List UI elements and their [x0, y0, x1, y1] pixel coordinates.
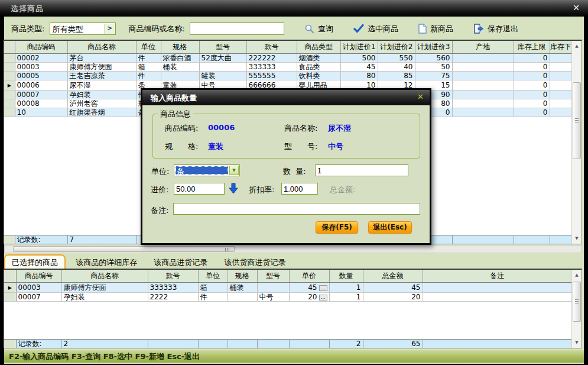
col-header[interactable]: 产地 — [452, 41, 514, 53]
save-button[interactable]: 保存(F5) — [315, 221, 359, 234]
remark-input[interactable] — [173, 203, 420, 215]
col-header[interactable]: 总金额 — [363, 270, 423, 282]
search-label: 商品编码或名称: — [129, 24, 188, 34]
col-header[interactable]: 款号 — [148, 270, 198, 282]
col-header[interactable]: 单位 — [198, 270, 228, 282]
exit-door-icon — [473, 24, 484, 34]
col-header[interactable]: 计划进价2 — [378, 41, 415, 53]
selected-header-row: 商品编号 商品名称 款号 单位 规格 型号 单价 数量 总金额 备注 — [4, 270, 572, 282]
current-row-marker-icon: ▶ — [8, 83, 11, 88]
quantity-dialog: 输入商品数量 ✕ 商品信息 商品编码: 00006 商品名称: 尿不湿 规 格:… — [141, 88, 431, 245]
col-header[interactable]: 计划进价3 — [415, 41, 452, 53]
products-horizontal-scrollbar[interactable] — [4, 245, 582, 253]
selected-vertical-scrollbar[interactable]: ▲ ▼ — [571, 270, 581, 348]
spec-label: 规 格: — [165, 141, 201, 152]
unit-combobox[interactable]: 条 ▼ — [174, 164, 240, 176]
price-down-arrow-icon[interactable] — [229, 183, 238, 194]
combo-arrow-icon[interactable]: ▼ — [229, 166, 239, 175]
unit-label: 单位: — [151, 166, 172, 177]
record-count-value: 7 — [67, 235, 136, 244]
new-product-button[interactable]: 新商品 — [418, 24, 453, 34]
product-type-value: 所有类型 — [53, 24, 83, 35]
col-header[interactable]: 单位 — [136, 41, 161, 53]
spec-value: 童装 — [208, 141, 223, 152]
product-type-dropdown[interactable]: 所有类型 > — [50, 22, 116, 35]
col-header[interactable]: 商品名称 — [67, 41, 136, 53]
unit-value: 条 — [176, 166, 228, 175]
exit-button[interactable]: 退出(Esc) — [368, 221, 412, 234]
col-header[interactable]: 商品类型 — [297, 41, 340, 53]
window-close-icon[interactable]: ✕ — [573, 3, 580, 12]
record-count-label: 记录数: — [15, 235, 67, 244]
dialog-body: 商品信息 商品编码: 00006 商品名称: 尿不湿 规 格: 童装 型 号: … — [142, 105, 430, 243]
scroll-down-icon[interactable]: ▼ — [572, 338, 581, 347]
model-value: 中号 — [328, 141, 343, 152]
remark-label: 备注: — [151, 205, 171, 216]
record-count-label: 记录数: — [16, 340, 61, 348]
status-text: F2-输入商品编码 F3-查询 F8-选中 F9-新增 Esc-退出 — [9, 352, 200, 361]
col-header[interactable]: 型号 — [257, 270, 289, 282]
price-ellipsis-button[interactable]: … — [319, 285, 327, 291]
name-label: 商品名称: — [284, 123, 320, 134]
scrollbar-thumb[interactable] — [13, 246, 235, 252]
scrollbar-thumb[interactable] — [573, 82, 581, 159]
dialog-close-icon[interactable]: ✕ — [417, 92, 424, 101]
document-icon — [418, 24, 427, 34]
col-header[interactable]: 规格 — [228, 270, 257, 282]
table-row[interactable]: 00007 孕妇装 2222 件 中号 20… 1 20 — [4, 292, 572, 301]
table-row[interactable]: 00002茅台件浓香白酒52度大曲222222烟酒类5005505600 — [4, 53, 572, 62]
check-icon — [353, 24, 364, 33]
col-header[interactable]: 商品编码 — [15, 41, 67, 53]
col-header[interactable]: 商品名称 — [61, 270, 148, 282]
product-info-groupbox: 商品信息 商品编码: 00006 商品名称: 尿不湿 规 格: 童装 型 号: … — [152, 114, 420, 159]
product-type-label: 商品类型: — [11, 24, 47, 34]
dropdown-arrow-icon[interactable]: > — [105, 24, 115, 34]
discount-input[interactable] — [281, 183, 318, 195]
selected-grid-footer: 记录数: 2 2 65 — [4, 339, 571, 348]
select-product-button[interactable]: 选中商品 — [353, 24, 398, 34]
col-header[interactable]: 库存下 — [550, 41, 572, 53]
tab-selected-products[interactable]: 已选择的商品 — [4, 254, 66, 269]
amount-total: 65 — [363, 340, 423, 348]
col-header[interactable]: 规格 — [161, 41, 199, 53]
price-ellipsis-button[interactable]: … — [319, 295, 327, 301]
dialog-titlebar: 输入商品数量 ✕ — [142, 90, 430, 105]
select-product-window: 选择商品 ✕ 商品类型: 所有类型 > 商品编码或名称: 查询 — [0, 0, 588, 365]
scroll-down-icon[interactable]: ▼ — [572, 234, 581, 243]
col-header[interactable]: 型号 — [199, 41, 246, 53]
price-input[interactable] — [174, 183, 225, 195]
col-header[interactable]: 备注 — [423, 270, 572, 282]
name-value: 尿不湿 — [328, 123, 351, 134]
col-header[interactable]: 计划进价1 — [340, 41, 378, 53]
col-header[interactable]: 数量 — [329, 270, 363, 282]
window-titlebar: 选择商品 ✕ — [0, 0, 588, 17]
col-header[interactable]: 库存上限 — [514, 41, 550, 53]
bottom-tabs: 已选择的商品 该商品的详细库存 该商品进货记录 该供货商进货记录 — [4, 254, 584, 269]
window-title: 选择商品 — [11, 4, 44, 14]
scroll-up-icon[interactable]: ▲ — [572, 270, 581, 280]
table-row-current[interactable]: ▶ 00003 康师傅方便面 333333 箱 桶装 45… 1 45 — [4, 282, 572, 292]
qty-total: 2 — [329, 340, 363, 348]
discount-label: 折扣率: — [249, 185, 277, 195]
products-vertical-scrollbar[interactable]: ▲ ▼ — [571, 41, 581, 244]
col-header[interactable]: 商品编号 — [16, 270, 61, 282]
save-exit-button[interactable]: 保存退出 — [473, 24, 518, 34]
col-header[interactable]: 款号 — [246, 41, 297, 53]
scrollbar-thumb[interactable] — [573, 282, 581, 322]
table-row[interactable]: 00003康师傅方便面箱桶装333333食品类4540500 — [4, 62, 572, 71]
tab-detail-stock[interactable]: 该商品的详细库存 — [69, 256, 144, 269]
search-input[interactable] — [190, 22, 284, 35]
total-label: 总金额: — [330, 185, 358, 195]
query-button[interactable]: 查询 — [304, 24, 333, 34]
quantity-input[interactable] — [315, 164, 408, 176]
scroll-up-icon[interactable]: ▲ — [572, 41, 581, 51]
col-header[interactable]: 单价 — [289, 270, 329, 282]
selected-products-table: 商品编号 商品名称 款号 单位 规格 型号 单价 数量 总金额 备注 ▶ 000… — [4, 270, 572, 302]
code-value: 00006 — [208, 123, 235, 132]
model-label: 型 号: — [284, 141, 320, 152]
tab-purchase-records[interactable]: 该商品进货记录 — [147, 256, 214, 269]
tab-supplier-records[interactable]: 该供货商进货记录 — [217, 256, 292, 269]
table-row[interactable]: 00005王老吉凉茶件罐装555555饮料类8085750 — [4, 71, 572, 80]
status-bar: F2-输入商品编码 F3-查询 F8-选中 F9-新增 Esc-退出 — [4, 350, 584, 363]
groupbox-title: 商品信息 — [158, 109, 193, 119]
